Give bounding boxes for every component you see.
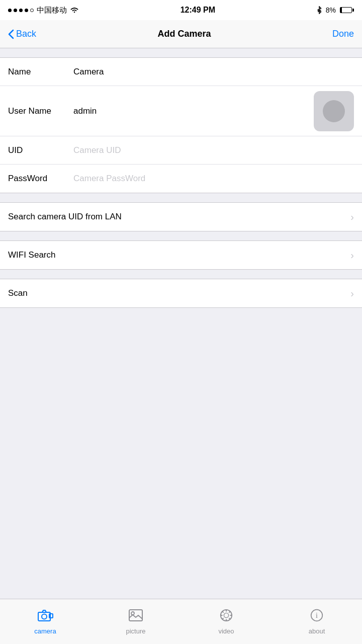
camera-thumb-circle xyxy=(323,100,345,122)
tab-video[interactable]: video xyxy=(181,609,272,635)
chevron-right-icon-3: › xyxy=(350,288,354,299)
svg-point-6 xyxy=(224,613,228,617)
uid-placeholder[interactable]: Camera UID xyxy=(73,145,354,155)
form-section: Name Camera User Name admin UID Camera U… xyxy=(0,57,362,193)
chevron-right-icon-2: › xyxy=(350,250,354,261)
svg-line-11 xyxy=(222,611,224,613)
back-label: Back xyxy=(16,29,36,39)
username-row: User Name admin xyxy=(0,86,362,136)
wifi-search-label: WIFI Search xyxy=(8,250,55,260)
camera-thumbnail xyxy=(314,91,354,131)
battery-icon xyxy=(340,7,354,13)
svg-line-13 xyxy=(229,611,230,613)
page-title: Add Camera xyxy=(157,29,211,39)
tab-about[interactable]: i about xyxy=(272,609,362,635)
status-bar: 中国移动 12:49 PM 8% xyxy=(0,0,362,20)
search-lan-row[interactable]: Search camera UID from LAN › xyxy=(0,203,362,231)
empty-space xyxy=(0,308,362,409)
section-gap-4 xyxy=(0,270,362,279)
status-left: 中国移动 xyxy=(8,6,79,15)
carrier-label: 中国移动 xyxy=(37,6,67,15)
svg-point-1 xyxy=(42,614,47,619)
search-lan-section: Search camera UID from LAN › xyxy=(0,202,362,231)
status-right: 8% xyxy=(317,6,354,14)
battery-percent: 8% xyxy=(326,6,336,14)
username-label: User Name xyxy=(8,106,73,116)
about-tab-label: about xyxy=(309,627,325,635)
wifi-search-section: WIFI Search › xyxy=(0,240,362,270)
name-label: Name xyxy=(8,67,73,77)
password-placeholder[interactable]: Camera PassWord xyxy=(73,174,354,184)
svg-line-12 xyxy=(229,618,230,619)
signal-dots xyxy=(8,9,34,12)
picture-tab-label: picture xyxy=(126,627,145,635)
back-button[interactable]: Back xyxy=(8,29,36,39)
password-row: PassWord Camera PassWord xyxy=(0,165,362,193)
wifi-icon xyxy=(70,7,79,14)
status-time: 12:49 PM xyxy=(180,6,215,15)
tab-camera[interactable]: camera xyxy=(0,609,90,635)
camera-tab-icon xyxy=(37,609,53,625)
bluetooth-icon xyxy=(317,6,322,14)
tab-bar: camera picture xyxy=(0,599,362,644)
username-value[interactable]: admin xyxy=(73,106,354,116)
svg-point-4 xyxy=(131,612,134,615)
section-gap-3 xyxy=(0,231,362,240)
name-row: Name Camera xyxy=(0,58,362,86)
svg-rect-3 xyxy=(129,610,142,621)
done-button[interactable]: Done xyxy=(332,29,354,39)
uid-label: UID xyxy=(8,145,73,155)
picture-tab-icon xyxy=(128,609,144,625)
wifi-search-row[interactable]: WIFI Search › xyxy=(0,241,362,269)
tab-picture[interactable]: picture xyxy=(90,609,181,635)
video-tab-icon xyxy=(218,609,234,625)
section-gap-2 xyxy=(0,193,362,202)
uid-row: UID Camera UID xyxy=(0,136,362,165)
section-gap-top xyxy=(0,48,362,57)
name-value[interactable]: Camera xyxy=(73,67,354,77)
nav-bar: Back Add Camera Done xyxy=(0,20,362,48)
scan-row[interactable]: Scan › xyxy=(0,279,362,307)
search-lan-label: Search camera UID from LAN xyxy=(8,212,122,222)
svg-text:i: i xyxy=(316,611,318,619)
video-tab-label: video xyxy=(218,627,234,635)
chevron-right-icon: › xyxy=(350,211,354,223)
about-tab-icon: i xyxy=(309,609,325,625)
scan-label: Scan xyxy=(8,288,28,298)
camera-tab-label: camera xyxy=(34,627,56,635)
scan-section: Scan › xyxy=(0,279,362,308)
svg-line-14 xyxy=(222,618,224,619)
password-label: PassWord xyxy=(8,174,73,184)
